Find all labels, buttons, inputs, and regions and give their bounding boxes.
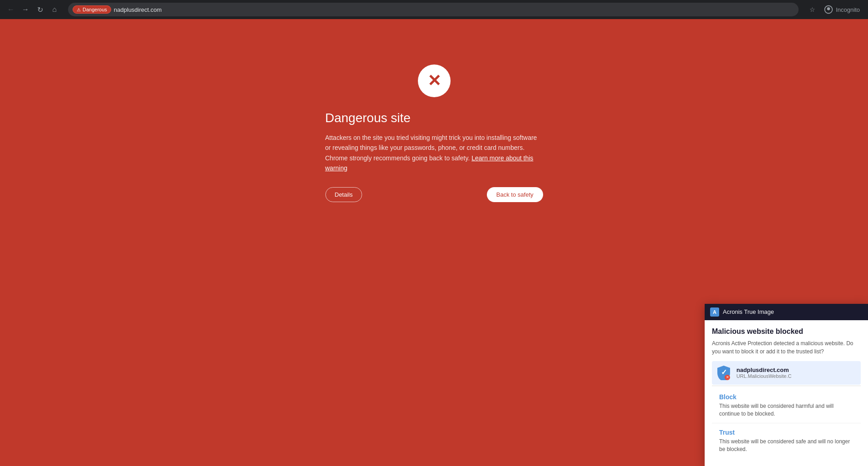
acronis-header: A Acronis True Image (705, 304, 868, 320)
trust-option-title: Trust (719, 429, 853, 436)
block-option-title: Block (719, 393, 853, 401)
acronis-header-title: Acronis True Image (723, 308, 774, 315)
main-content: ✕ Dangerous site Attackers on the site y… (0, 19, 868, 466)
url-text: nadplusdirect.com (114, 6, 162, 13)
acronis-title: Malicious website blocked (712, 327, 861, 336)
incognito-icon (824, 5, 833, 14)
dangerous-badge: ⚠ Dangerous (73, 5, 111, 14)
trust-option[interactable]: Trust This website will be considered sa… (712, 423, 861, 459)
forward-button[interactable]: → (19, 3, 32, 16)
nav-buttons: ← → ↻ ⌂ (5, 3, 61, 16)
acronis-logo-icon: A (710, 307, 719, 317)
warning-content: Dangerous site Attackers on the site you… (325, 111, 543, 202)
red-dot-icon: ✕ (725, 375, 730, 380)
shield-wrapper: ✓ ✕ (717, 366, 730, 380)
acronis-description: Acronis Active Protection detected a mal… (712, 339, 861, 356)
details-button[interactable]: Details (325, 187, 363, 202)
acronis-divider (712, 386, 861, 386)
warning-x-icon: ✕ (427, 73, 441, 89)
block-option-description: This website will be considered harmful … (719, 402, 853, 418)
refresh-button[interactable]: ↻ (34, 3, 46, 16)
buttons-row: Details Back to safety (325, 187, 543, 202)
back-button[interactable]: ← (5, 3, 17, 16)
warning-title: Dangerous site (325, 111, 543, 125)
acronis-panel: A Acronis True Image Malicious website b… (705, 304, 868, 466)
site-threat: URL.MaliciousWebsite.C (736, 373, 855, 379)
block-option[interactable]: Block This website will be considered ha… (712, 388, 861, 424)
warning-icon-container: ✕ (418, 64, 451, 97)
acronis-body: Malicious website blocked Acronis Active… (705, 320, 868, 466)
site-domain: nadplusdirect.com (736, 367, 855, 373)
home-button[interactable]: ⌂ (48, 3, 61, 16)
warning-description: Attackers on the site you tried visiting… (325, 133, 543, 174)
address-bar[interactable]: ⚠ Dangerous nadplusdirect.com (68, 3, 799, 16)
trust-option-description: This website will be considered safe and… (719, 438, 853, 453)
incognito-label: Incognito (836, 6, 860, 13)
incognito-area: Incognito (820, 5, 863, 14)
badge-label: Dangerous (83, 7, 107, 12)
right-icons: ☆ Incognito (806, 3, 863, 16)
warning-icon: ⚠ (77, 7, 81, 12)
bookmark-button[interactable]: ☆ (806, 3, 819, 16)
shield-icon-container: ✓ ✕ (717, 366, 732, 380)
acronis-site-row: ✓ ✕ nadplusdirect.com URL.MaliciousWebsi… (712, 361, 861, 385)
site-info: nadplusdirect.com URL.MaliciousWebsite.C (736, 367, 855, 379)
back-to-safety-button[interactable]: Back to safety (487, 187, 543, 202)
browser-chrome: ← → ↻ ⌂ ⚠ Dangerous nadplusdirect.com ☆ … (0, 0, 868, 19)
